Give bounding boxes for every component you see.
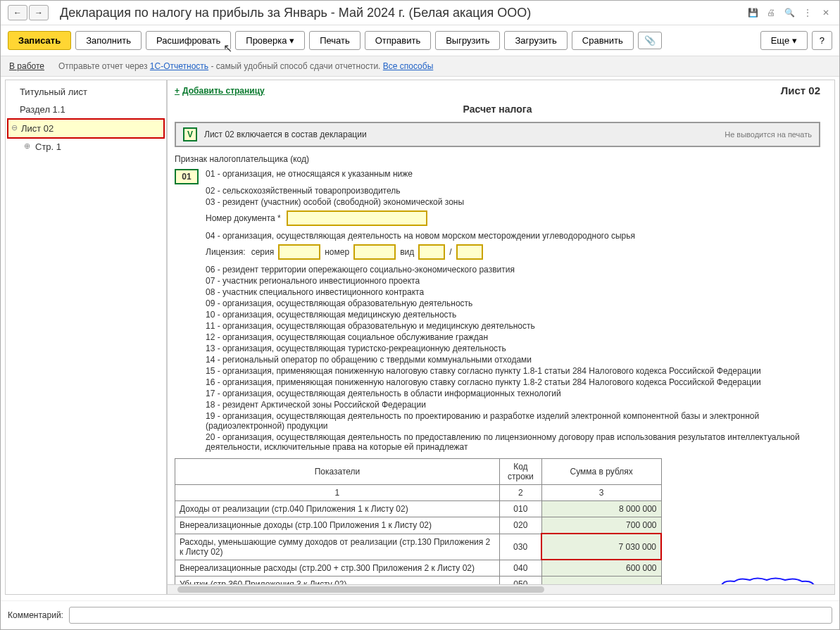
row-code: 010 — [499, 501, 541, 517]
row-label: Убытки (стр.360 Приложения 3 к Листу 02) — [175, 577, 500, 585]
code-line-5: 11 - организация, осуществляющая образов… — [175, 320, 820, 332]
code-03: 03 - резидент (участник) особой (свободн… — [175, 196, 820, 208]
main-panel: +Добавить страницу Лист 02 Расчет налога… — [167, 80, 835, 595]
code-line-11: 17 - организация, осуществляющая деятель… — [175, 388, 820, 399]
license-series-label: серия — [251, 247, 275, 257]
info-text-1: Отправьте отчет через — [58, 61, 150, 71]
code-line-4: 10 - организация, осуществляющая медицин… — [175, 309, 820, 320]
license-series-input[interactable] — [278, 244, 320, 260]
code-line-3: 09 - организация, осуществляющая образов… — [175, 298, 820, 309]
h-scrollbar[interactable] — [168, 584, 834, 594]
status-label: В работе — [9, 61, 44, 71]
row-label: Внереализационные доходы (стр.100 Прилож… — [175, 517, 500, 534]
code-line-1: 07 - участник регионального инвестиционн… — [175, 275, 820, 286]
sidebar-item-page1[interactable]: Стр. 1 — [6, 139, 166, 155]
license-number-label: номер — [325, 247, 349, 257]
sidebar-item-list02[interactable]: Лист 02 — [7, 118, 165, 139]
license-type-label: вид — [400, 247, 414, 257]
sidebar-item-title[interactable]: Титульный лист — [6, 83, 166, 101]
close-icon[interactable]: ✕ — [820, 6, 832, 19]
compare-button[interactable]: Сравнить — [572, 31, 634, 50]
code-line-14: 20 - организация, осуществляющая деятель… — [175, 431, 820, 453]
table-row: Внереализационные расходы (стр.200 + стр… — [175, 560, 662, 577]
code-line-8: 14 - региональный оператор по обращению … — [175, 354, 820, 365]
code-01: 01 - организация, не относящаяся к указа… — [206, 169, 413, 184]
license-number-input[interactable] — [353, 244, 396, 260]
sub-1: 1 — [175, 485, 500, 501]
fill-button[interactable]: Заполнить — [75, 31, 142, 50]
license-type2-input[interactable] — [456, 244, 483, 260]
table-row: Убытки (стр.360 Приложения 3 к Листу 02)… — [175, 577, 662, 585]
export-button[interactable]: Выгрузить — [435, 31, 500, 50]
send-button[interactable]: Отправить — [365, 31, 431, 50]
code-line-2: 08 - участник специального инвестиционно… — [175, 286, 820, 298]
info-text-2: - самый удобный способ сдачи отчетности. — [208, 61, 383, 71]
include-text: Лист 02 включается в состав декларации — [204, 130, 367, 139]
sheet-name: Лист 02 — [781, 84, 820, 96]
save-icon[interactable]: 💾 — [746, 6, 759, 19]
import-button[interactable]: Загрузить — [504, 31, 567, 50]
noprint-label: Не выводится на печать — [725, 130, 812, 139]
row-sum-cell[interactable]: - — [541, 577, 661, 585]
attach-button[interactable]: 📎 — [638, 32, 662, 49]
code-line-6: 12 - организация, осуществляющая социаль… — [175, 332, 820, 343]
row-sum-cell[interactable]: 8 000 000 — [541, 501, 661, 517]
comment-label: Комментарий: — [8, 610, 63, 620]
check-button[interactable]: Проверка ▾ — [235, 31, 305, 50]
row-sum-cell[interactable]: 700 000 — [541, 517, 661, 534]
code-line-10: 16 - организация, применяющая пониженную… — [175, 377, 820, 388]
code-line-0: 06 - резидент территории опережающего со… — [175, 264, 820, 275]
more-button[interactable]: Еще ▾ — [760, 31, 808, 50]
table-row: Расходы, уменьшающие сумму доходов от ре… — [175, 534, 662, 560]
row-sum-cell[interactable]: 600 000 — [541, 560, 661, 577]
taxpayer-sign-label: Признак налогоплательщика (код) — [175, 154, 820, 164]
page-title: Декларация по налогу на прибыль за Январ… — [60, 6, 741, 20]
row-sum-cell[interactable]: 7 030 000 — [541, 534, 661, 560]
add-page-link[interactable]: +Добавить страницу — [175, 86, 265, 96]
table-row: Доходы от реализации (стр.040 Приложения… — [175, 501, 662, 517]
table-row: Внереализационные доходы (стр.100 Прилож… — [175, 517, 662, 534]
row-code: 050 — [499, 577, 541, 585]
preview-icon[interactable]: 🔍 — [783, 6, 796, 19]
write-button[interactable]: Записать — [8, 31, 71, 50]
link-all-ways[interactable]: Все способы — [383, 61, 434, 71]
sheet-subtitle: Расчет налога — [175, 103, 820, 115]
row-label: Расходы, уменьшающие сумму доходов от ре… — [175, 534, 500, 560]
row-code: 030 — [499, 534, 541, 560]
code-line-9: 15 - организация, применяющая пониженную… — [175, 365, 820, 377]
row-label: Доходы от реализации (стр.040 Приложения… — [175, 501, 500, 517]
taxpayer-code-input[interactable]: 01 — [175, 169, 199, 184]
include-box: V Лист 02 включается в состав декларации… — [175, 122, 820, 147]
docnum-input[interactable] — [287, 210, 427, 226]
help-button[interactable]: ? — [812, 31, 832, 50]
calc-table: Показатели Код строки Сумма в рублях 1 2… — [175, 458, 662, 584]
th-indicators: Показатели — [175, 459, 500, 485]
print-button[interactable]: Печать — [309, 31, 361, 50]
row-code: 040 — [499, 560, 541, 577]
link-1c[interactable]: 1С-Отчетность — [150, 61, 208, 71]
code-line-13: 19 - организация, осуществляющая деятель… — [175, 410, 820, 431]
code-02: 02 - сельскохозяйственный товаропроизвод… — [175, 185, 820, 196]
decode-button[interactable]: Расшифровать — [146, 31, 231, 50]
include-checkbox[interactable]: V — [183, 127, 197, 141]
code-04: 04 - организация, осуществляющая деятель… — [175, 230, 820, 241]
nav-back-button[interactable]: ← — [8, 5, 27, 20]
nav-forward-button[interactable]: → — [29, 5, 49, 20]
menu-icon[interactable]: ⋮ — [801, 6, 814, 19]
row-label: Внереализационные расходы (стр.200 + стр… — [175, 560, 500, 577]
code-line-7: 13 - организация, осуществляющая туристс… — [175, 343, 820, 354]
license-sep: / — [449, 247, 451, 257]
th-code: Код строки — [499, 459, 541, 485]
comment-input[interactable] — [69, 607, 832, 624]
sub-3: 3 — [541, 485, 661, 501]
print-icon[interactable]: 🖨 — [765, 6, 777, 19]
license-label: Лицензия: — [206, 247, 246, 257]
code-line-12: 18 - резидент Арктической зоны Российско… — [175, 399, 820, 410]
docnum-label: Номер документа * — [206, 213, 281, 223]
license-type1-input[interactable] — [418, 244, 445, 260]
sidebar-item-section11[interactable]: Раздел 1.1 — [6, 101, 166, 118]
info-bar: В работе Отправьте отчет через 1С-Отчетн… — [1, 56, 839, 77]
sidebar: Титульный лист Раздел 1.1 Лист 02 Стр. 1 — [5, 80, 167, 595]
plus-icon: + — [175, 86, 180, 96]
row-code: 020 — [499, 517, 541, 534]
